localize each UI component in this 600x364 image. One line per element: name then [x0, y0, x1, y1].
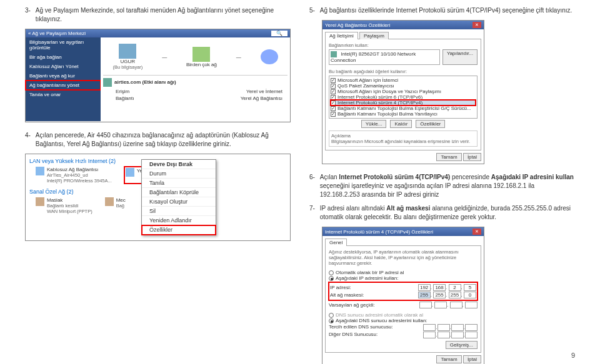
close-icon[interactable]: ✕	[472, 22, 481, 28]
mask-octet[interactable]: 255	[433, 292, 446, 298]
ip-octet[interactable]: 168	[433, 284, 446, 291]
checkbox[interactable]	[331, 106, 336, 111]
checkbox[interactable]	[331, 84, 336, 89]
tab-general[interactable]: Genel	[325, 239, 347, 246]
radio-label: Otomatik olarak bir IP adresi al	[336, 270, 404, 275]
radio-auto-ip[interactable]	[329, 270, 334, 275]
title: Internet Protokolü sürüm 4 (TCP/IPv4) Öz…	[325, 229, 433, 235]
gw-octet[interactable]	[465, 302, 478, 308]
uninstall-button[interactable]: Kaldır	[390, 120, 412, 128]
menu-diagnose[interactable]: Tanıla	[142, 179, 216, 188]
menu-rename[interactable]: Yeniden Adlandır	[142, 216, 216, 225]
mask-octet[interactable]: 255	[418, 292, 431, 298]
sidebar-item[interactable]: Kablosuz Ağları Yönet	[26, 62, 101, 71]
step-text: Ağ bağlantısı özelliklerinde Internet Pr…	[320, 6, 574, 15]
multi-net: Birden çok ağ	[186, 62, 217, 67]
checkbox[interactable]	[331, 78, 336, 83]
tab-sharing[interactable]: Paylaşım	[359, 32, 389, 39]
window-lan-properties: Yerel Ağ Bağlantısı Özellikleri ✕ Ağ İle…	[322, 20, 484, 164]
menu-properties[interactable]: Özellikler	[142, 225, 216, 235]
configure-button[interactable]: Yapılandır...	[442, 49, 478, 65]
list-item[interactable]: Bağlantı Katmanı Topolojisi Bulma Eşleşt…	[338, 106, 471, 111]
sidebar-item[interactable]: Bilgisayarları ve aygıtları görüntüle	[26, 37, 101, 52]
step-6: 6- Açılan Internet Protokolü sürüm 4(TCP…	[309, 173, 575, 199]
list-item[interactable]: Internet Protokolü sürüm 6 (TCP/IPv6)	[338, 94, 422, 100]
step-num: 7-	[309, 204, 318, 213]
ip-octet[interactable]: 5	[464, 284, 476, 291]
ip-octet[interactable]: 2	[449, 284, 461, 291]
globe-icon	[261, 49, 278, 64]
sidebar-item[interactable]: Bağlantı veya ağ kur	[26, 71, 101, 81]
list-item[interactable]: Microsoft Ağları için Dosya ve Yazıcı Pa…	[338, 89, 441, 94]
step-3: 3- Ağ ve Paylaşım Merkezinde, sol taraft…	[25, 6, 291, 24]
checkbox[interactable]	[331, 101, 336, 106]
dns1-label: Tercih edilen DNS sunucusu:	[329, 324, 393, 331]
step-num: 4-	[25, 131, 34, 140]
menu-shortcut[interactable]: Kısayol Oluştur	[142, 197, 216, 207]
cancel-button[interactable]: İptal	[463, 153, 481, 161]
list-item[interactable]: QoS Paket Zamanlayıcısı	[338, 83, 394, 89]
dns-octet[interactable]	[423, 324, 436, 331]
step-4: 4- Açılan pencerede, Air 4450 cihazınıza…	[25, 131, 291, 149]
sidebar-item[interactable]: Tanıla ve onar	[26, 90, 101, 99]
vpn-item[interactable]: Maślak Bağlantı kesildi WAN Miniport (PP…	[36, 197, 92, 214]
adapter-name: Intel(R) 82562GT 10/100 Network Connecti…	[331, 51, 416, 63]
list-item[interactable]: Microsoft Ağları için İstemci	[338, 77, 398, 83]
properties-button[interactable]: Özellikler	[416, 120, 445, 128]
dns-octet[interactable]	[438, 324, 450, 331]
vpn-desc: Bağ	[116, 203, 126, 209]
menu-disable[interactable]: Devre Dışı Bırak	[142, 160, 216, 169]
mask-octet[interactable]: 255	[449, 292, 461, 298]
list-item[interactable]: Bağlantı Katmanı Topolojisi Bulma Yanıtl…	[338, 111, 438, 117]
tab-network[interactable]: Ağ İletişimi	[325, 32, 358, 39]
advanced-button[interactable]: Gelişmiş...	[446, 341, 478, 349]
sidebar-item[interactable]: Bir ağa bağlan	[26, 52, 101, 62]
radio-manual-dns[interactable]	[329, 318, 334, 323]
install-button[interactable]: Yükle...	[361, 120, 387, 128]
step-num: 3-	[25, 6, 34, 15]
vpn-item[interactable]: Mec Bağ	[105, 197, 126, 214]
info-text: Ağınız destekliyorsa, IP ayarlarının oto…	[329, 249, 478, 266]
vpn-name: Mec	[116, 197, 126, 203]
dns-octet[interactable]	[423, 332, 436, 338]
menu-status[interactable]: Durum	[142, 169, 216, 179]
ip-octet[interactable]: 192	[418, 284, 431, 291]
gw-octet[interactable]	[419, 302, 432, 308]
ok-button[interactable]: Tamam	[436, 355, 461, 363]
radio-manual-ip[interactable]	[329, 276, 334, 281]
menu-bridge[interactable]: Bağlantıları Köprüle	[142, 188, 216, 197]
checkbox[interactable]	[331, 89, 336, 94]
dns-octet[interactable]	[465, 332, 478, 338]
close-icon[interactable]: ✕	[472, 229, 481, 235]
step-num: 6-	[309, 173, 318, 182]
search-box[interactable]: 🔍	[271, 31, 288, 36]
radio-label: DNS sunucu adresini otomatik olarak al	[336, 312, 423, 318]
step-text: Ağ ve Paylaşım Merkezinde, sol taraftaki…	[36, 6, 290, 24]
vpn-desc2: WAN Miniport (PPTP)	[47, 209, 92, 214]
ok-button[interactable]: Tamam	[436, 153, 461, 161]
gw-octet[interactable]	[434, 302, 447, 308]
list-item-tcpip4[interactable]: Internet Protokolü sürüm 4 (TCP/IPv4)	[338, 100, 422, 106]
dns-octet[interactable]	[451, 324, 464, 331]
mask-octet[interactable]: 0	[464, 292, 476, 298]
conn-name: Kablosuz Ağ Bağlantısı	[47, 167, 112, 172]
dns-octet[interactable]	[438, 332, 450, 338]
gw-octet[interactable]	[450, 302, 462, 308]
conn-value: Yerel Ağ Bağlantısı	[241, 96, 282, 101]
window-ipv4-properties: Internet Protokolü sürüm 4 (TCP/IPv4) Öz…	[322, 227, 484, 364]
conn-label: Bağlantı	[116, 96, 134, 101]
checkbox[interactable]	[331, 112, 336, 117]
sidebar-item-manage-connections[interactable]: Ağ bağlantılarını yönet	[26, 81, 101, 90]
computer-name: UGUR	[112, 59, 142, 64]
checkbox[interactable]	[331, 95, 336, 100]
conn-wireless[interactable]: Kablosuz Ağ Bağlantısı AirTies_Air4450_u…	[36, 167, 112, 184]
menu-delete[interactable]: Sil	[142, 207, 216, 216]
cancel-button[interactable]: İptal	[463, 355, 481, 363]
dns-octet[interactable]	[451, 332, 464, 338]
dns-octet[interactable]	[465, 324, 478, 331]
titlebar: Yerel Ağ Bağlantısı Özellikleri ✕	[322, 21, 484, 29]
list-label: Bu bağlantı aşağıdaki öğeleri kullanır:	[329, 69, 478, 74]
access-label: Erişim	[116, 89, 129, 94]
components-list[interactable]: Microsoft Ağları için İstemci QoS Paket …	[329, 76, 478, 119]
desc-label: Açıklama	[331, 133, 475, 139]
